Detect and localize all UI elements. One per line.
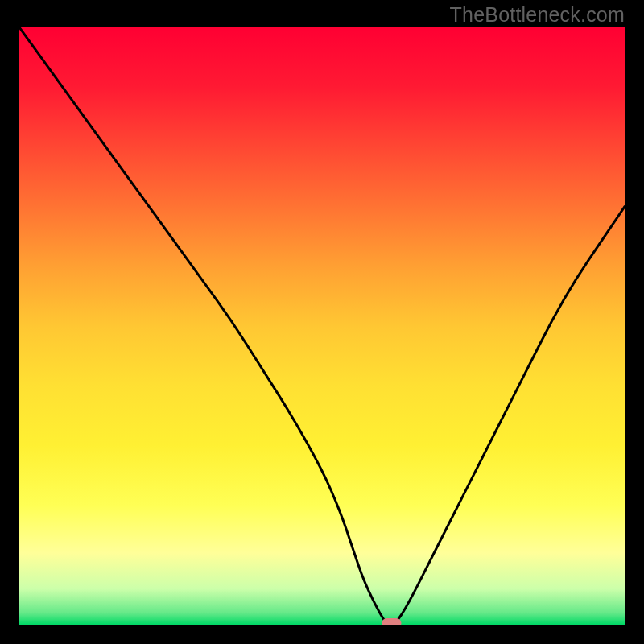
plot-area bbox=[19, 27, 625, 625]
optimal-point-marker bbox=[382, 618, 401, 625]
chart-outer-frame: TheBottleneck.com bbox=[0, 0, 644, 644]
watermark-text: TheBottleneck.com bbox=[450, 3, 625, 27]
gradient-background bbox=[19, 27, 625, 625]
bottleneck-chart-svg bbox=[19, 27, 625, 625]
